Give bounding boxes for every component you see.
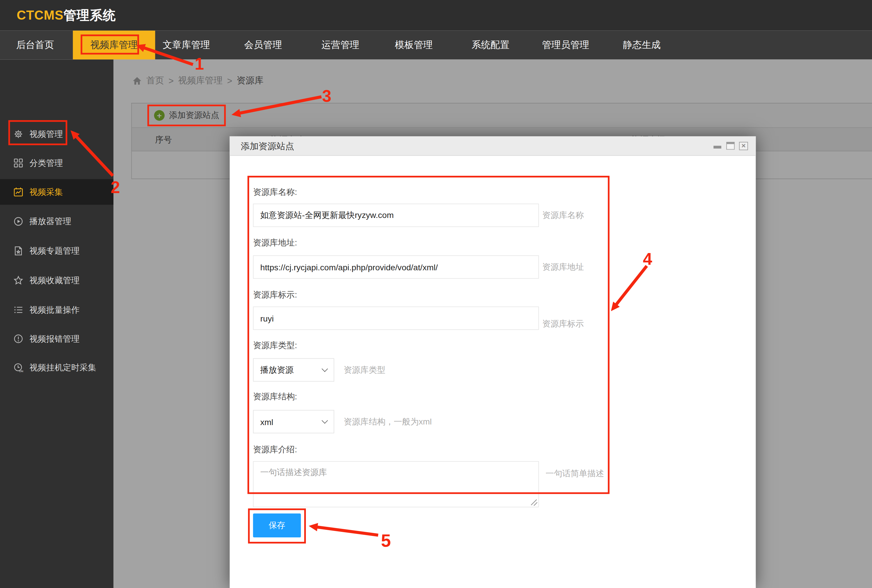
resource-structure-select[interactable]: xml [253,410,334,433]
field-hint-resource-flag: 资源库标示 [542,318,584,329]
field-hint-resource-name: 资源库名称 [542,210,584,221]
sidebar-item-label: 视频报错管理 [30,333,79,344]
minimize-icon[interactable] [713,146,721,148]
add-resource-modal: 添加资源站点 × 资源库名称: 资源库名称 资源库地址: 资源库地址 资源库标示… [229,136,756,588]
field-label-resource-name: 资源库名称: [253,186,297,198]
star-icon [13,275,23,285]
resource-name-input[interactable] [253,204,539,227]
sidebar-item-video-manage[interactable]: 视频管理 [0,122,114,147]
resource-url-input[interactable] [253,255,539,279]
play-circle-icon [13,216,23,226]
sidebar-item-label: 视频收藏管理 [30,275,79,285]
document-star-icon [13,246,23,256]
field-label-resource-type: 资源库类型: [253,340,297,351]
sidebar-item-video-topic-manage[interactable]: 视频专题管理 [0,238,114,264]
sidebar-item-label: 视频挂机定时采集 [30,363,96,373]
list-icon [13,305,23,315]
ctcms-admin-app: CTCMS管理系统 后台首页 视频库管理 文章库管理 会员管理 运营管理 模板管… [0,0,872,588]
nav-item-video-library[interactable]: 视频库管理 [73,31,155,60]
calendar-chart-icon [13,187,23,197]
chevron-down-icon [322,417,328,424]
close-icon[interactable]: × [739,142,748,150]
modal-titlebar[interactable]: 添加资源站点 × [229,136,756,156]
sidebar-item-video-favorites[interactable]: 视频收藏管理 [0,268,114,293]
logo-brand: CTCMS [16,8,63,22]
grid-icon [13,158,23,168]
sidebar-item-label: 视频批量操作 [30,304,79,315]
field-label-resource-intro: 资源库介绍: [253,444,297,455]
sidebar-item-label: 视频专题管理 [30,246,79,256]
main-nav: 后台首页 视频库管理 文章库管理 会员管理 运营管理 模板管理 系统配置 管理员… [0,31,872,60]
nav-item-dashboard[interactable]: 后台首页 [16,31,54,60]
resource-type-value: 播放资源 [260,365,294,375]
nav-item-admin-manage[interactable]: 管理员管理 [542,31,589,60]
maximize-icon[interactable] [727,142,735,150]
sidebar-item-video-scheduled-collect[interactable]: ON 视频挂机定时采集 [0,355,114,380]
sidebar-item-video-error-manage[interactable]: 视频报错管理 [0,326,114,351]
clock-icon: ON [13,363,23,373]
logo-suffix: 管理系统 [63,8,116,22]
field-label-resource-url: 资源库地址: [253,237,297,248]
nav-item-members[interactable]: 会员管理 [244,31,282,60]
sidebar-item-player-manage[interactable]: 播放器管理 [0,208,114,234]
resource-structure-value: xml [260,417,273,426]
resource-type-select[interactable]: 播放资源 [253,358,334,382]
nav-item-system-config[interactable]: 系统配置 [472,31,509,60]
sidebar-item-category-manage[interactable]: 分类管理 [0,150,114,176]
nav-item-static-generate[interactable]: 静态生成 [623,31,661,60]
sidebar-item-label: 视频管理 [30,129,63,139]
field-label-resource-structure: 资源库结构: [253,391,297,402]
field-hint-resource-intro: 一句话简单描述 [546,468,604,479]
alert-circle-icon [13,334,23,344]
sidebar-item-label: 视频采集 [30,187,63,197]
sidebar-item-label: 分类管理 [30,158,63,168]
svg-text:ON: ON [19,369,23,373]
sidebar: 视频管理 分类管理 视频采集 播放器管理 视频专题管理 视频收藏管理 视频批量操… [0,59,114,588]
field-hint-resource-structure: 资源库结构，一般为xml [344,416,432,427]
field-hint-resource-type: 资源库类型 [344,364,385,376]
app-header: CTCMS管理系统 [0,0,872,31]
nav-item-operations[interactable]: 运营管理 [321,31,359,60]
nav-item-templates[interactable]: 模板管理 [395,31,433,60]
gear-icon [13,129,23,139]
chevron-down-icon [322,366,328,372]
sidebar-item-video-collect[interactable]: 视频采集 [0,179,114,204]
resource-intro-textarea[interactable] [253,461,539,507]
field-label-resource-flag: 资源库标示: [253,290,297,300]
field-hint-resource-url: 资源库地址 [542,261,584,273]
nav-item-article-library[interactable]: 文章库管理 [163,31,210,60]
sidebar-item-video-batch-ops[interactable]: 视频批量操作 [0,297,114,322]
modal-title: 添加资源站点 [241,136,294,156]
save-button[interactable]: 保存 [253,513,301,537]
resource-flag-input[interactable] [253,307,539,330]
sidebar-item-label: 播放器管理 [30,216,71,227]
app-logo[interactable]: CTCMS管理系统 [16,0,116,31]
